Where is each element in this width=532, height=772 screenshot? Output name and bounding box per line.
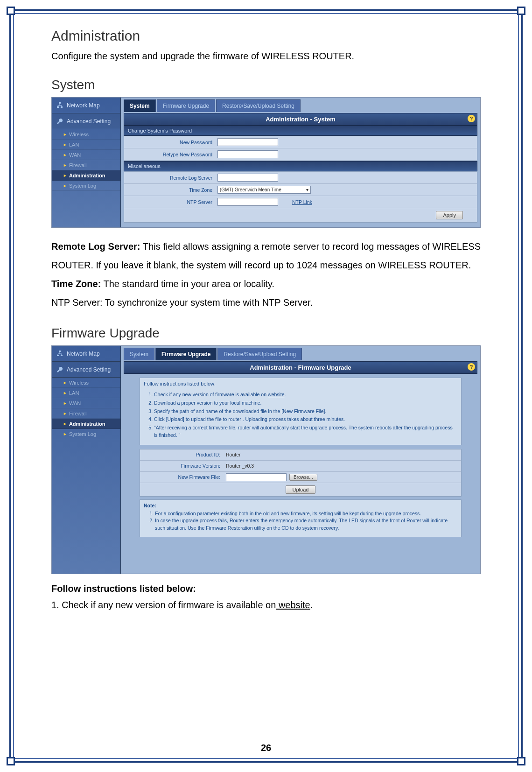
tab-restore-save-upload[interactable]: Restore/Save/Upload Setting — [216, 99, 301, 112]
tab-firmware-upgrade[interactable]: Firmware Upgrade — [155, 348, 217, 360]
apply-row: Apply — [124, 208, 477, 222]
instructions-list: Check if any new version of firmware is … — [140, 389, 461, 445]
nav-label: Network Map — [67, 102, 100, 109]
panel-title-text: Administration - Firmware Upgrade — [250, 364, 351, 371]
svg-rect-1 — [57, 106, 59, 108]
sidebar-item-label: System Log — [69, 431, 96, 437]
input-retype-password[interactable] — [217, 150, 278, 158]
panel-title-text: Administration - System — [266, 116, 336, 123]
tab-system[interactable]: System — [124, 99, 156, 112]
label-retype-password: Retype New Password: — [124, 152, 217, 157]
help-icon[interactable]: ? — [468, 363, 475, 371]
arrow-icon: ► — [63, 380, 67, 385]
sidebar-item-wireless[interactable]: ►Wireless — [52, 129, 120, 140]
website-link[interactable]: website — [268, 392, 285, 397]
sidebar-item-firewall[interactable]: ►Firewall — [52, 408, 120, 419]
sidebar-item-administration[interactable]: ►Administration — [52, 170, 120, 181]
svg-rect-4 — [57, 355, 59, 356]
select-timezone[interactable]: (GMT) Greenwich Mean Time ▾ — [217, 186, 311, 194]
row-timezone: Time Zone: (GMT) Greenwich Mean Time ▾ — [124, 184, 477, 196]
arrow-icon: ► — [63, 132, 67, 137]
list-item: "After receiving a correct firmware file… — [154, 424, 457, 439]
follow-1-link[interactable]: website — [276, 600, 310, 610]
form-misc: Remote Log Server: Time Zone: (GMT) Gree… — [124, 171, 477, 223]
arrow-icon: ► — [63, 163, 67, 168]
sidebar-item-label: Wireless — [69, 380, 89, 386]
sidebar-item-label: WAN — [69, 152, 81, 158]
sidebar-item-label: LAN — [69, 390, 79, 396]
tab-restore-save-upload[interactable]: Restore/Save/Upload Setting — [217, 348, 302, 360]
upload-button[interactable]: Upload — [286, 485, 316, 494]
row-remote-log: Remote Log Server: — [124, 172, 477, 184]
row-retype-password: Retype New Password: — [124, 148, 477, 161]
label-remote-log-desc: Remote Log Server: — [51, 241, 140, 252]
corner-tr — [517, 7, 525, 15]
svg-rect-5 — [61, 355, 63, 356]
sidebar-item-wan[interactable]: ►WAN — [52, 398, 120, 408]
nav-network-map[interactable]: Network Map — [52, 346, 120, 362]
note-head: Note: — [144, 503, 457, 508]
page-content: Administration Configure the system and … — [51, 28, 481, 744]
svg-rect-0 — [59, 102, 61, 104]
arrow-icon: ► — [63, 173, 67, 178]
main-panel: System Firmware Upgrade Restore/Save/Upl… — [121, 98, 480, 227]
sidebar-item-label: LAN — [69, 142, 79, 147]
panel-title: Administration - Firmware Upgrade ? — [124, 361, 477, 374]
text-ntp-desc: NTP Server: To synchronize your system t… — [51, 297, 313, 308]
help-icon[interactable]: ? — [468, 115, 475, 122]
network-map-icon — [56, 101, 64, 110]
arrow-icon: ► — [63, 421, 67, 426]
label-new-firmware: New Firmware File: — [140, 474, 224, 480]
sidebar-item-systemlog[interactable]: ►System Log — [52, 181, 120, 191]
instructions-head: Follow instructions listed below: — [140, 378, 461, 389]
browse-button[interactable]: Browse... — [289, 474, 317, 481]
upload-row: Upload — [140, 483, 461, 496]
sidebar-item-label: Wireless — [69, 132, 89, 137]
input-new-firmware[interactable] — [226, 473, 287, 481]
heading-administration: Administration — [51, 28, 481, 44]
sidebar-item-label: Administration — [69, 173, 105, 178]
ntp-link[interactable]: NTP Link — [292, 199, 312, 205]
sidebar-item-wan[interactable]: ►WAN — [52, 150, 120, 160]
form-password: New Password: Retype New Password: — [124, 136, 477, 161]
sidebar: Network Map Advanced Setting ►Wireless ►… — [52, 98, 121, 227]
input-new-password[interactable] — [217, 138, 278, 146]
apply-button[interactable]: Apply — [436, 211, 463, 219]
sidebar-item-wireless[interactable]: ►Wireless — [52, 378, 120, 388]
label-timezone: Time Zone: — [124, 187, 217, 193]
arrow-icon: ► — [63, 411, 67, 416]
nav-network-map[interactable]: Network Map — [52, 98, 120, 113]
screenshot-system: Network Map Advanced Setting ►Wireless ►… — [51, 97, 481, 228]
arrow-icon: ► — [63, 153, 67, 157]
label-product-id: Product ID: — [140, 452, 224, 457]
nav-advanced-setting[interactable]: Advanced Setting — [52, 362, 120, 378]
tabs: System Firmware Upgrade Restore/Save/Upl… — [124, 99, 477, 112]
sidebar: Network Map Advanced Setting ►Wireless ►… — [52, 346, 121, 574]
row-new-firmware: New Firmware File: Browse... — [140, 472, 461, 483]
row-firmware-version: Firmware Version: Router _v0.3 — [140, 461, 461, 472]
tab-firmware-upgrade[interactable]: Firmware Upgrade — [157, 99, 215, 112]
heading-firmware: Firmware Upgrade — [51, 326, 481, 341]
corner-tl — [7, 7, 15, 15]
section-change-password: Change System's Password — [124, 126, 477, 136]
tab-system[interactable]: System — [124, 348, 154, 360]
sidebar-item-systemlog[interactable]: ►System Log — [52, 429, 120, 439]
label-firmware-version: Firmware Version: — [140, 463, 224, 469]
intro-text: Configure the system and upgrade the fir… — [51, 49, 481, 63]
nav-advanced-setting[interactable]: Advanced Setting — [52, 113, 120, 129]
sidebar-item-lan[interactable]: ►LAN — [52, 388, 120, 398]
select-timezone-value: (GMT) Greenwich Mean Time — [220, 187, 281, 192]
label-remote-log: Remote Log Server: — [124, 175, 217, 181]
sidebar-item-lan[interactable]: ►LAN — [52, 140, 120, 150]
list-item: In case the upgrade process fails, Route… — [155, 517, 454, 532]
input-remote-log[interactable] — [217, 174, 278, 182]
sidebar-item-firewall[interactable]: ►Firewall — [52, 160, 120, 170]
note-list: For a configuration parameter existing b… — [144, 508, 457, 534]
input-ntp[interactable] — [217, 198, 278, 206]
network-map-icon — [56, 350, 64, 358]
heading-system: System — [51, 77, 481, 92]
arrow-icon: ► — [63, 142, 67, 147]
list-item: For a configuration parameter existing b… — [155, 510, 454, 518]
firmware-table: Product ID: Router Firmware Version: Rou… — [140, 449, 462, 497]
sidebar-item-administration[interactable]: ►Administration — [52, 419, 120, 429]
